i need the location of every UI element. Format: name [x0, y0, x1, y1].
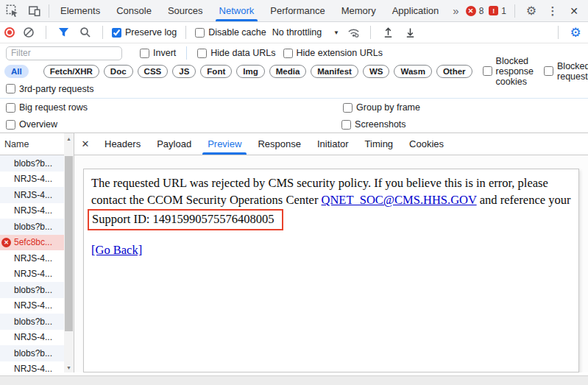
inspect-element-icon[interactable] [4, 3, 21, 19]
issues-badge[interactable]: ! 1 [489, 6, 506, 16]
network-main-area: Name blobs?b... NRJS-4... NRJS-4... NRJS… [0, 133, 588, 372]
third-party-checkbox[interactable]: 3rd-party requests [6, 84, 93, 94]
type-filter-css[interactable]: CSS [138, 65, 169, 78]
third-party-input[interactable] [6, 84, 15, 93]
tab-network[interactable]: Network [211, 0, 263, 21]
request-error-icon: ✕ [1, 238, 11, 247]
close-detail-icon[interactable]: ✕ [74, 133, 96, 155]
type-filter-fetch-xhr[interactable]: Fetch/XHR [43, 65, 99, 78]
disable-cache-input[interactable] [195, 28, 205, 38]
hide-data-urls-checkbox[interactable]: Hide data URLs [197, 48, 275, 58]
divider [370, 26, 371, 39]
tab-elements[interactable]: Elements [52, 0, 108, 21]
clear-network-log-icon[interactable] [21, 24, 37, 40]
request-row[interactable]: NRJS-4... [0, 361, 65, 373]
close-devtools-icon[interactable]: ✕ [566, 3, 582, 19]
console-errors-badge[interactable]: ✕ 8 [466, 6, 484, 16]
detail-tab-timing[interactable]: Timing [357, 133, 402, 155]
tab-console[interactable]: Console [108, 0, 160, 21]
overview-input[interactable] [6, 120, 15, 130]
disable-cache-checkbox[interactable]: Disable cache [195, 27, 266, 38]
request-name-column: Name blobs?b... NRJS-4... NRJS-4... NRJS… [0, 133, 74, 372]
more-tabs-icon[interactable]: » [447, 0, 464, 21]
invert-input[interactable] [140, 49, 149, 58]
preserve-log-checkbox[interactable]: Preserve log [112, 27, 177, 38]
detail-tab-response[interactable]: Response [249, 133, 309, 155]
name-column-header[interactable]: Name [0, 133, 74, 155]
type-filter-wasm[interactable]: Wasm [394, 65, 431, 78]
filter-input[interactable] [6, 46, 122, 60]
group-by-frame-input[interactable] [343, 103, 353, 113]
search-icon[interactable] [77, 24, 93, 40]
scroll-up-icon[interactable]: ▲ [64, 133, 74, 144]
screenshots-checkbox[interactable]: Screenshots [341, 119, 405, 130]
throttling-dropdown[interactable]: No throttling ▼ [272, 27, 339, 38]
request-row-selected-error[interactable]: ✕ 5efc8bc... [0, 235, 65, 251]
network-conditions-icon[interactable] [345, 24, 361, 40]
request-row[interactable]: NRJS-4... [0, 172, 65, 188]
request-row[interactable]: blobs?b... [0, 314, 65, 330]
go-back-link[interactable]: [Go Back] [91, 243, 142, 257]
group-by-frame-checkbox[interactable]: Group by frame [343, 102, 420, 113]
preview-area: The requested URL was rejected by CMS se… [74, 155, 588, 372]
import-har-icon[interactable] [380, 24, 396, 40]
blocked-requests-label: Blocked requests [557, 61, 588, 82]
blocked-cookies-input[interactable] [483, 66, 492, 76]
type-filter-font[interactable]: Font [200, 65, 232, 78]
hide-extension-urls-input[interactable] [283, 49, 293, 58]
kebab-menu-icon[interactable]: ⋮ [545, 3, 561, 19]
overview-checkbox[interactable]: Overview [6, 119, 57, 130]
error-message-line1: The requested URL was rejected by CMS se… [91, 174, 571, 191]
request-row[interactable]: NRJS-4... [0, 250, 65, 266]
scrollbar-thumb[interactable] [65, 156, 73, 331]
type-filter-img[interactable]: Img [236, 65, 264, 78]
request-row[interactable]: NRJS-4... [0, 330, 65, 346]
tool-icons [0, 0, 46, 21]
request-row[interactable]: blobs?b... [0, 282, 65, 298]
detail-tab-preview[interactable]: Preview [199, 133, 249, 155]
request-row[interactable]: blobs?b... [0, 219, 65, 235]
hide-data-urls-input[interactable] [197, 49, 207, 58]
blocked-requests-checkbox[interactable]: Blocked requests [544, 61, 588, 82]
request-row[interactable]: NRJS-4... [0, 266, 65, 283]
tab-memory[interactable]: Memory [333, 0, 384, 21]
type-filter-manifest[interactable]: Manifest [311, 65, 358, 78]
type-filter-ws[interactable]: WS [363, 65, 390, 78]
scroll-down-icon[interactable]: ▼ [64, 362, 74, 372]
display-options-row-2: Overview Screenshots [0, 116, 588, 133]
filter-funnel-icon[interactable] [55, 24, 71, 40]
settings-gear-icon[interactable]: ⚙ [523, 3, 539, 19]
record-network-log-icon[interactable] [4, 27, 15, 38]
detail-tab-cookies[interactable]: Cookies [401, 133, 452, 155]
request-row[interactable]: NRJS-4... [0, 203, 65, 219]
type-filter-doc[interactable]: Doc [104, 65, 133, 78]
preview-content-box: The requested URL was rejected by CMS se… [83, 169, 579, 372]
type-filter-other[interactable]: Other [436, 65, 472, 78]
big-request-rows-checkbox[interactable]: Big request rows [6, 102, 88, 113]
invert-checkbox[interactable]: Invert [140, 48, 176, 58]
type-filter-all[interactable]: All [4, 65, 29, 78]
big-request-rows-input[interactable] [6, 103, 15, 113]
tab-application[interactable]: Application [384, 0, 447, 21]
detail-tab-initiator[interactable]: Initiator [309, 133, 357, 155]
request-row[interactable]: blobs?b... [0, 345, 65, 361]
device-toolbar-icon[interactable] [26, 3, 43, 19]
tab-performance[interactable]: Performance [262, 0, 333, 21]
divider [102, 26, 103, 39]
tab-sources[interactable]: Sources [160, 0, 211, 21]
blocked-requests-input[interactable] [544, 66, 553, 76]
request-row[interactable]: NRJS-4... [0, 187, 65, 203]
request-row[interactable]: NRJS-4... [0, 298, 65, 314]
export-har-icon[interactable] [402, 24, 418, 40]
preserve-log-input[interactable] [112, 28, 121, 38]
screenshots-input[interactable] [341, 120, 351, 130]
type-filter-js[interactable]: JS [172, 65, 196, 78]
hide-extension-urls-checkbox[interactable]: Hide extension URLs [283, 48, 383, 58]
network-settings-gear-icon[interactable]: ⚙ [567, 24, 584, 40]
detail-tab-headers[interactable]: Headers [96, 133, 149, 155]
soc-email-link[interactable]: QNET_SOC@CMS.HHS.GOV [322, 193, 477, 207]
request-row[interactable]: blobs?b... [0, 155, 65, 172]
type-filter-media[interactable]: Media [269, 65, 307, 78]
request-list-scrollbar[interactable]: ▲ ▼ [64, 133, 74, 372]
detail-tab-payload[interactable]: Payload [149, 133, 199, 155]
